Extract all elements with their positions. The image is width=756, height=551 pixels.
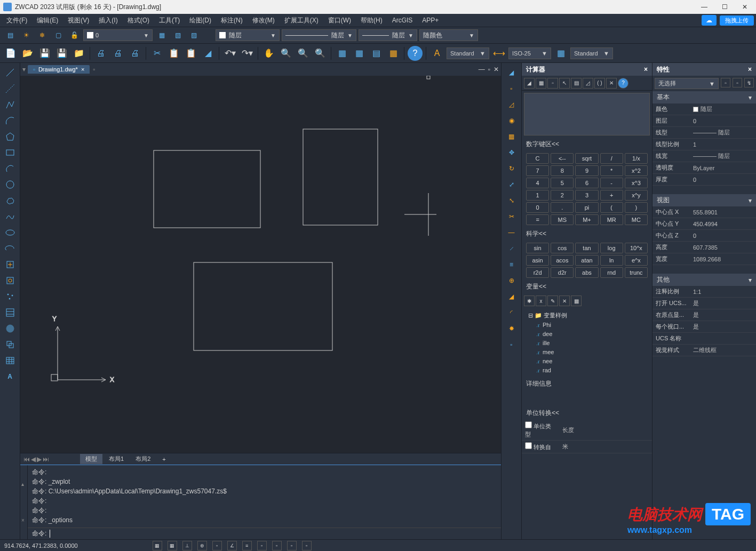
prop-row[interactable]: 注释比例1:1 — [652, 286, 756, 298]
close-button[interactable]: ✕ — [737, 2, 753, 12]
sci-key-d2r[interactable]: d2r — [551, 267, 574, 278]
command-input[interactable] — [50, 530, 497, 538]
prop-row[interactable]: 颜色 随层 — [652, 103, 756, 115]
unit-type-check[interactable] — [525, 421, 532, 428]
arc2-icon[interactable] — [3, 161, 18, 176]
calc-tb-4[interactable]: ↖ — [559, 78, 570, 89]
redo-icon[interactable]: ↷▾ — [240, 46, 254, 61]
text-style-icon[interactable]: A — [429, 46, 444, 61]
calc-key-<--[interactable]: <-- — [551, 153, 574, 164]
plotcolor-combo[interactable]: 随颜色 ▼ — [419, 29, 478, 41]
calc-key-*[interactable]: * — [600, 165, 623, 176]
calc-key-.[interactable]: . — [551, 202, 574, 213]
calc-key-MS[interactable]: MS — [551, 214, 574, 225]
quickselect-icon[interactable]: ▫ — [721, 78, 730, 87]
point-icon[interactable] — [3, 289, 18, 304]
select-obj-icon[interactable]: ↯ — [744, 78, 754, 87]
calc-key-x^y[interactable]: x^y — [625, 190, 648, 201]
calc-key-sqrt[interactable]: sqrt — [575, 153, 598, 164]
menu-insert[interactable]: 插入(I) — [94, 15, 122, 26]
dimstyle-combo[interactable]: ISO-25▼ — [508, 47, 551, 59]
doc-minimize-icon[interactable]: — — [479, 66, 485, 73]
calc-icon[interactable]: ▦ — [386, 46, 401, 61]
menu-edit[interactable]: 编辑(E) — [33, 15, 62, 26]
trim-icon[interactable]: ✂ — [504, 209, 519, 224]
tab-first-icon[interactable]: ⏮ — [23, 456, 30, 463]
calc-key-5[interactable]: 5 — [551, 178, 574, 188]
sci-key-abs[interactable]: abs — [575, 267, 598, 278]
menu-app[interactable]: APP+ — [418, 15, 443, 25]
mirror-icon[interactable]: ◿ — [504, 97, 519, 112]
calc-close-icon[interactable]: × — [644, 66, 648, 73]
layer-prev-icon[interactable]: ▧ — [171, 28, 185, 42]
extend-icon[interactable]: — — [504, 225, 519, 240]
explode-icon[interactable]: ✸ — [504, 321, 519, 336]
prop-row[interactable]: 透明度ByLayer — [652, 162, 756, 174]
model-button[interactable]: ▫ — [272, 541, 282, 550]
var-row[interactable]: 𝑥 rad — [526, 366, 648, 375]
prop-row[interactable]: 在原点显...是 — [652, 309, 756, 321]
prop-row[interactable]: 视觉样式二维线框 — [652, 345, 756, 356]
menu-modify[interactable]: 修改(M) — [248, 15, 279, 26]
undo-icon[interactable]: ↶▾ — [222, 46, 237, 61]
calc-tb-help[interactable]: ? — [618, 78, 628, 89]
align-icon[interactable]: ▫ — [504, 337, 519, 352]
calc-key-C[interactable]: C — [526, 153, 549, 164]
calc-key-1/x[interactable]: 1/x — [625, 153, 648, 164]
fillet-icon[interactable]: ◜ — [504, 305, 519, 320]
prop-group-basic[interactable]: 基本▾ — [652, 91, 756, 103]
calc-key-x^3[interactable]: x^3 — [625, 178, 648, 188]
layout1-tab[interactable]: 布局1 — [104, 454, 129, 464]
text-icon[interactable]: A — [3, 369, 18, 384]
arc-icon[interactable] — [3, 113, 18, 128]
tab-next-icon[interactable]: ▶ — [37, 456, 42, 463]
prop-row[interactable]: 中心点 Y450.4994 — [652, 218, 756, 230]
prop-row[interactable]: 中心点 X555.8901 — [652, 206, 756, 218]
calc-key-7[interactable]: 7 — [526, 165, 549, 176]
calc-key-1[interactable]: 1 — [526, 190, 549, 201]
ortho-button[interactable]: ⊥ — [182, 541, 192, 550]
table-icon[interactable] — [3, 353, 18, 368]
prop-row[interactable]: 中心点 Z0 — [652, 230, 756, 242]
tab-add-icon[interactable]: ▫ — [93, 66, 95, 73]
zoom-prev-icon[interactable]: 🔍 — [313, 46, 328, 61]
detail-section-head[interactable]: 详细信息 — [522, 377, 652, 390]
lineweight-combo[interactable]: 随层 ▼ — [359, 29, 417, 41]
array-icon[interactable]: ▦ — [504, 129, 519, 144]
prop-row[interactable]: 线宽———— 随层 — [652, 150, 756, 162]
rectangle-icon[interactable] — [3, 145, 18, 160]
spline-icon[interactable] — [3, 209, 18, 224]
menu-arcgis[interactable]: ArcGIS — [388, 15, 417, 25]
revision-cloud-icon[interactable] — [3, 193, 18, 208]
menu-view[interactable]: 视图(V) — [63, 15, 93, 26]
help-icon[interactable]: ? — [408, 46, 423, 61]
save-icon[interactable]: 💾 — [37, 46, 52, 61]
props-icon[interactable]: ▦ — [335, 46, 349, 61]
var-row[interactable]: 𝑥 dee — [526, 330, 648, 339]
stretch-icon[interactable]: ⤡ — [504, 193, 519, 208]
sci-key-sin[interactable]: sin — [526, 243, 549, 253]
linetype-combo[interactable]: 随层 ▼ — [282, 29, 356, 41]
var-tb-3[interactable]: ✎ — [547, 296, 558, 306]
prop-row[interactable]: 宽度1089.2668 — [652, 253, 756, 265]
var-tb-5[interactable]: ▦ — [571, 296, 582, 306]
chamfer-icon[interactable]: ◢ — [504, 289, 519, 304]
paste-icon[interactable]: 📋 — [184, 46, 198, 61]
polyline-icon[interactable] — [3, 97, 18, 112]
calc-key--[interactable]: - — [600, 178, 623, 188]
drawing-canvas[interactable]: Y X — [20, 76, 501, 453]
menu-express[interactable]: 扩展工具(X) — [280, 15, 323, 26]
layer-manager-icon[interactable]: ▤ — [3, 28, 17, 42]
layer-state-icon[interactable]: ▦ — [155, 28, 169, 42]
sci-section-head[interactable]: 科学<< — [522, 227, 652, 241]
saveas-icon[interactable]: 💾 — [54, 46, 69, 61]
calc-key-pi[interactable]: pi — [575, 202, 598, 213]
calc-display[interactable] — [524, 93, 650, 135]
offset-icon[interactable]: ◉ — [504, 113, 519, 128]
var-row[interactable]: 𝑥 ille — [526, 339, 648, 348]
doc-close-icon[interactable]: ✕ — [494, 66, 499, 73]
grid-button[interactable]: ▦ — [168, 541, 177, 550]
menu-window[interactable]: 窗口(W) — [324, 15, 355, 26]
cycle-button[interactable]: ▫ — [287, 541, 297, 550]
design-center-icon[interactable]: ▦ — [352, 46, 367, 61]
